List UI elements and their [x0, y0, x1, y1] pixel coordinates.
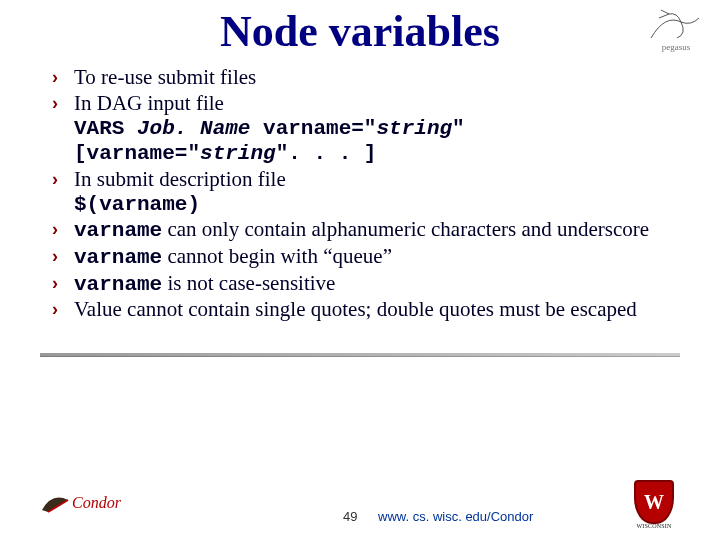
code-token: ". . . ]	[276, 142, 377, 165]
bullet-marker-icon: ›	[52, 297, 74, 323]
code-token: string	[376, 117, 452, 140]
uw-shield-icon: W	[634, 480, 674, 524]
bullet-item: › In DAG input file	[52, 91, 690, 117]
code-token: "	[452, 117, 465, 140]
footer-url: www. cs. wisc. edu/Condor	[378, 509, 533, 524]
bullet-marker-icon: ›	[52, 244, 74, 271]
uw-letter: W	[644, 491, 664, 514]
pegasus-icon	[647, 8, 705, 42]
pegasus-label: pegasus	[662, 42, 691, 52]
uw-wordmark: WISCONSIN	[624, 523, 684, 529]
condor-logo: Condor	[40, 484, 136, 520]
code-token: VARS	[74, 117, 137, 140]
code-token: varname="	[250, 117, 376, 140]
bullet-item: › varname can only contain alphanumeric …	[52, 217, 690, 244]
bullet-marker-icon: ›	[52, 167, 74, 193]
bullet-item: › To re-use submit files	[52, 65, 690, 91]
code-token: [varname="	[74, 142, 200, 165]
text-span: is not case-sensitive	[162, 271, 335, 295]
bullet-marker-icon: ›	[52, 271, 74, 298]
bullet-marker-icon: ›	[52, 91, 74, 117]
bullet-text: varname cannot begin with “queue”	[74, 244, 690, 271]
bullet-text: varname can only contain alphanumeric ch…	[74, 217, 690, 244]
page-number: 49	[343, 509, 357, 524]
bullet-item: › In submit description file	[52, 167, 690, 193]
bullet-item: › Value cannot contain single quotes; do…	[52, 297, 690, 323]
code-token: varname	[74, 219, 162, 242]
bullet-item: › varname cannot begin with “queue”	[52, 244, 690, 271]
bullet-item: › varname is not case-sensitive	[52, 271, 690, 298]
code-token: Job. Name	[137, 117, 250, 140]
text-span: cannot begin with “queue”	[162, 244, 392, 268]
bullet-text: Value cannot contain single quotes; doub…	[74, 297, 690, 323]
pegasus-logo: pegasus	[646, 8, 706, 54]
code-token: string	[200, 142, 276, 165]
divider	[40, 353, 680, 357]
uw-logo: W WISCONSIN	[624, 480, 684, 524]
code-token: varname	[74, 246, 162, 269]
code-line: VARS Job. Name varname="string"	[74, 116, 690, 141]
text-span: can only contain alphanumeric characters…	[162, 217, 649, 241]
slide-body: › To re-use submit files › In DAG input …	[52, 65, 690, 323]
bullet-text: To re-use submit files	[74, 65, 690, 91]
slide-title: Node variables	[0, 6, 720, 57]
code-line: $(varname)	[74, 192, 690, 217]
bullet-text: In DAG input file	[74, 91, 690, 117]
condor-text: Condor	[72, 494, 122, 511]
code-line: [varname="string". . . ]	[74, 141, 690, 166]
bullet-marker-icon: ›	[52, 65, 74, 91]
code-token: varname	[74, 273, 162, 296]
bullet-marker-icon: ›	[52, 217, 74, 244]
bullet-text: varname is not case-sensitive	[74, 271, 690, 298]
slide-footer: Condor 49 www. cs. wisc. edu/Condor W WI…	[0, 484, 720, 526]
condor-icon: Condor	[40, 484, 136, 520]
bullet-text: In submit description file	[74, 167, 690, 193]
